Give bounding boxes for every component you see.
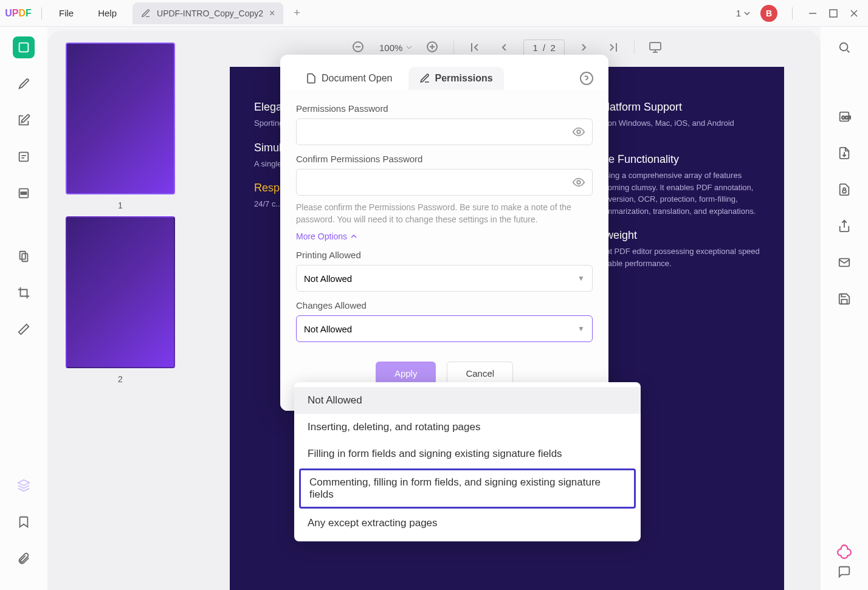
- last-page-icon[interactable]: [606, 40, 621, 55]
- dropdown-option[interactable]: Not Allowed: [294, 387, 641, 414]
- confirm-password-input[interactable]: [296, 169, 593, 196]
- document-tab[interactable]: UPDF-INTRO_Copy_Copy2 ×: [133, 2, 283, 24]
- svg-rect-1: [19, 43, 29, 52]
- menu-help[interactable]: Help: [86, 8, 129, 18]
- svg-rect-6: [22, 253, 27, 261]
- highlight-tool[interactable]: [13, 73, 35, 95]
- dropdown-option[interactable]: Any except extracting pages: [294, 510, 641, 537]
- dropdown-option[interactable]: Inserting, deleting, and rotating pages: [294, 414, 641, 441]
- pencil-icon: [419, 73, 430, 84]
- printing-allowed-label: Printing Allowed: [296, 250, 593, 260]
- sidebar-left: [0, 27, 47, 590]
- svg-rect-4: [21, 192, 26, 194]
- svg-rect-9: [650, 43, 661, 50]
- page-thumbnail-2[interactable]: [66, 216, 175, 368]
- thumb-label: 2: [118, 374, 123, 384]
- dropdown-option[interactable]: Filling in form fields and signing exist…: [294, 441, 641, 467]
- chevron-down-icon: [406, 44, 412, 50]
- tab-title: UPDF-INTRO_Copy_Copy2: [157, 9, 263, 18]
- menu-file[interactable]: File: [47, 8, 86, 18]
- chevron-down-icon: [743, 10, 751, 17]
- protect-button[interactable]: [833, 179, 855, 201]
- workspace: 1 2 100% 1 / 2 Elegant...: [0, 27, 868, 590]
- convert-button[interactable]: [833, 142, 855, 164]
- changes-allowed-select[interactable]: Not Allowed▼: [296, 315, 593, 342]
- save-button[interactable]: [833, 288, 855, 310]
- dropdown-option-highlighted[interactable]: Commenting, filling in form fields, and …: [299, 468, 636, 509]
- form-tool[interactable]: [13, 146, 35, 168]
- pencil-icon: [141, 9, 151, 18]
- window-count[interactable]: 1: [736, 8, 751, 18]
- thumb-label: 1: [118, 201, 123, 210]
- password-hint: Please confirm the Permissions Password.…: [296, 202, 593, 225]
- crop-tool[interactable]: [13, 282, 35, 304]
- svg-point-17: [577, 180, 580, 184]
- title-bar: UPDF File Help UPDF-INTRO_Copy_Copy2 × +…: [0, 0, 868, 27]
- svg-rect-2: [19, 153, 29, 162]
- email-button[interactable]: [833, 252, 855, 273]
- attachment-tool[interactable]: [13, 547, 35, 569]
- zoom-value[interactable]: 100%: [379, 43, 412, 53]
- permissions-password-input[interactable]: [296, 118, 593, 145]
- edit-tool[interactable]: [13, 109, 35, 131]
- first-page-icon[interactable]: [467, 40, 482, 55]
- thumbnail-panel: 1 2: [47, 30, 193, 590]
- separator: [792, 7, 793, 19]
- printing-allowed-select[interactable]: Not Allowed▼: [296, 265, 593, 292]
- page-indicator[interactable]: 1 / 2: [523, 39, 565, 56]
- ai-assistant-icon[interactable]: [836, 544, 852, 560]
- zoom-out-icon[interactable]: [351, 40, 366, 55]
- svg-rect-13: [842, 190, 846, 193]
- svg-point-15: [580, 72, 593, 84]
- tab-permissions[interactable]: Permissions: [408, 67, 504, 90]
- close-window-icon[interactable]: [849, 8, 859, 19]
- page-thumbnail-1[interactable]: [66, 43, 175, 194]
- eye-icon[interactable]: [572, 176, 585, 189]
- eye-icon[interactable]: [572, 125, 585, 139]
- minimize-icon[interactable]: [807, 8, 818, 19]
- add-tab-button[interactable]: +: [288, 7, 305, 19]
- changes-allowed-dropdown: Not Allowed Inserting, deleting, and rot…: [294, 382, 641, 541]
- changes-allowed-label: Changes Allowed: [296, 300, 593, 310]
- search-button[interactable]: [833, 36, 855, 58]
- svg-point-16: [577, 130, 580, 134]
- reader-tool[interactable]: [13, 36, 35, 58]
- more-options-toggle[interactable]: More Options: [296, 232, 593, 241]
- caret-down-icon: ▼: [577, 324, 585, 333]
- sidebar-right: OCR: [821, 27, 868, 590]
- svg-text:OCR: OCR: [841, 115, 851, 120]
- share-button[interactable]: [833, 215, 855, 237]
- prev-page-icon[interactable]: [495, 40, 510, 55]
- app-logo: UPDF: [0, 8, 36, 19]
- bookmark-tool[interactable]: [13, 511, 35, 533]
- tab-document-open[interactable]: Document Open: [295, 67, 404, 90]
- separator: [41, 7, 42, 19]
- confirm-password-label: Confirm Permissions Password: [296, 154, 593, 164]
- next-page-icon[interactable]: [578, 40, 593, 55]
- document-icon: [306, 73, 317, 84]
- measure-tool[interactable]: [13, 318, 35, 340]
- organize-tool[interactable]: [13, 245, 35, 267]
- avatar[interactable]: B: [760, 5, 777, 22]
- svg-rect-0: [830, 10, 837, 17]
- security-dialog: Document Open Permissions Permissions Pa…: [280, 55, 608, 411]
- close-icon[interactable]: ×: [269, 8, 275, 19]
- zoom-in-icon[interactable]: [425, 40, 440, 55]
- ocr-button[interactable]: OCR: [833, 106, 855, 128]
- help-icon[interactable]: [579, 71, 594, 86]
- chevron-up-icon: [351, 233, 357, 239]
- svg-point-10: [840, 43, 848, 51]
- redact-tool[interactable]: [13, 182, 35, 204]
- caret-down-icon: ▼: [577, 274, 585, 283]
- present-icon[interactable]: [648, 40, 663, 55]
- maximize-icon[interactable]: [828, 8, 839, 19]
- permissions-password-label: Permissions Password: [296, 103, 593, 114]
- layers-tool[interactable]: [13, 475, 35, 496]
- comments-button[interactable]: [833, 561, 855, 583]
